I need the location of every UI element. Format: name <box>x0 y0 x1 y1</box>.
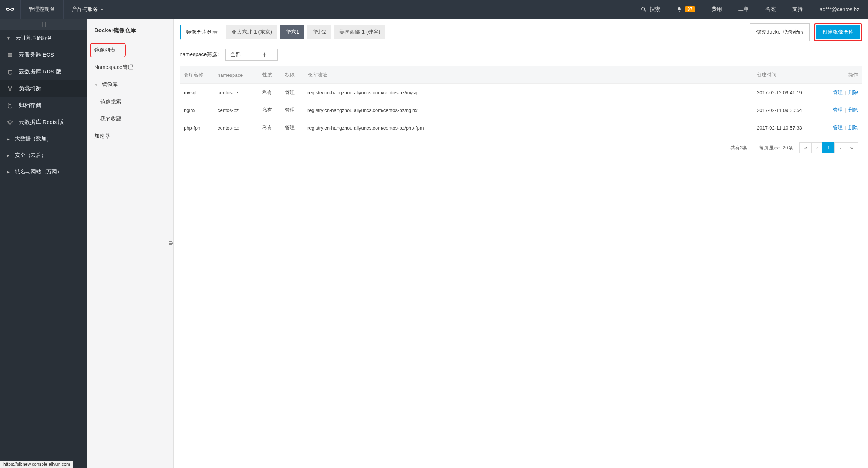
cell-nature: 私有 <box>259 84 281 101</box>
search-trigger[interactable]: 搜索 <box>632 0 668 19</box>
main-content: 镜像仓库列表 亚太东北 1 (东京)华东1华北2美国西部 1 (硅谷) 修改do… <box>174 19 868 468</box>
nav-item-label: 镜像列表 <box>94 47 115 54</box>
tab-repo-list[interactable]: 镜像仓库列表 <box>180 25 223 40</box>
sidebar-item-archive[interactable]: 归档存储 <box>0 97 87 114</box>
tabs: 镜像仓库列表 亚太东北 1 (东京)华东1华北2美国西部 1 (硅谷) <box>180 25 385 40</box>
secondary-nav-item[interactable]: 镜像搜索 <box>87 93 173 110</box>
secondary-nav-item[interactable]: ▼镜像库 <box>87 76 173 93</box>
cell-time: 2017-02-11 09:30:54 <box>753 102 820 118</box>
row-manage-link[interactable]: 管理 <box>833 89 843 95</box>
category-label: 安全（云盾） <box>15 152 46 159</box>
secondary-nav-item[interactable]: 我的收藏 <box>87 110 173 128</box>
sidebar-category[interactable]: ▶安全（云盾） <box>0 147 87 164</box>
row-delete-link[interactable]: 删除 <box>848 89 858 95</box>
nav-tickets[interactable]: 工单 <box>730 0 757 19</box>
separator: | <box>845 89 846 95</box>
caret-down-icon: ▼ <box>7 36 10 40</box>
svg-rect-2 <box>8 53 12 54</box>
notification-count: 87 <box>685 6 695 12</box>
separator: | <box>845 125 846 130</box>
pager-prev[interactable]: ‹ <box>811 142 823 153</box>
bell-icon <box>677 7 682 12</box>
sidebar-item-lb[interactable]: 负载均衡 <box>0 80 87 97</box>
products-menu[interactable]: 产品与服务 <box>64 0 112 19</box>
filter-label: namespace筛选: <box>180 51 219 58</box>
row-delete-link[interactable]: 删除 <box>848 107 858 113</box>
row-delete-link[interactable]: 删除 <box>848 125 858 130</box>
nav-support[interactable]: 支持 <box>784 0 811 19</box>
nav-item-label: 我的收藏 <box>100 116 121 122</box>
user-menu[interactable]: ad***@centos.bz <box>811 0 868 19</box>
row-manage-link[interactable]: 管理 <box>833 107 843 113</box>
cell-namespace: centos-bz <box>214 120 259 136</box>
pager-buttons: « ‹ 1 › » <box>800 142 858 153</box>
create-repo-button[interactable]: 创建镜像仓库 <box>816 25 860 39</box>
svg-rect-3 <box>8 55 12 57</box>
cell-name: nginx <box>180 102 214 118</box>
svg-point-5 <box>9 56 9 56</box>
sidebar-category[interactable]: ▶域名与网站（万网） <box>0 164 87 180</box>
cell-name: php-fpm <box>180 120 214 136</box>
sidebar-category-cloud[interactable]: ▼ 云计算基础服务 <box>0 30 87 46</box>
sidebar-expand-handle[interactable] <box>169 236 174 251</box>
table-row: mysqlcentos-bz私有管理registry.cn-hangzhou.a… <box>180 83 862 101</box>
change-docker-password-button[interactable]: 修改docker登录密码 <box>750 23 810 41</box>
namespace-filter-select[interactable]: 全部 ▲▼ <box>225 49 278 61</box>
caret-right-icon: ▶ <box>7 154 10 158</box>
console-home-link[interactable]: 管理控制台 <box>21 0 64 19</box>
pager-last[interactable]: » <box>846 142 858 153</box>
pagination: 共有3条， 每页显示: 20条 « ‹ 1 › » <box>180 136 862 159</box>
secondary-nav-item[interactable]: 加速器 <box>87 128 173 145</box>
row-manage-link[interactable]: 管理 <box>833 125 843 130</box>
sidebar-collapse-handle[interactable]: ||| <box>0 19 87 30</box>
sidebar-item-redis[interactable]: 云数据库 Redis 版 <box>0 114 87 131</box>
redis-icon <box>7 119 13 125</box>
secondary-nav-item[interactable]: 镜像列表 <box>87 42 173 59</box>
sidebar-category[interactable]: ▶大数据（数加） <box>0 131 87 147</box>
pager-perpage: 20条 <box>783 145 793 151</box>
pager-first[interactable]: « <box>799 142 812 153</box>
region-tab[interactable]: 华北2 <box>307 25 331 39</box>
cell-perm: 管理 <box>281 84 304 101</box>
server-icon <box>7 52 13 58</box>
table-row: nginxcentos-bz私有管理registry.cn-hangzhou.a… <box>180 101 862 119</box>
lb-icon <box>7 86 13 92</box>
col-name: 仓库名称 <box>180 66 214 83</box>
brand-logo[interactable] <box>0 0 21 19</box>
svg-rect-11 <box>169 243 172 244</box>
highlight-create-repo: 创建镜像仓库 <box>814 23 862 41</box>
nav-item-label: 加速器 <box>94 133 110 140</box>
cell-perm: 管理 <box>281 119 304 136</box>
sidebar-item-db[interactable]: 云数据库 RDS 版 <box>0 63 87 80</box>
sidebar-item-label: 负载均衡 <box>19 85 41 92</box>
nav-icp[interactable]: 备案 <box>757 0 784 19</box>
nav-item-label: 镜像搜索 <box>100 98 121 105</box>
region-tab[interactable]: 亚太东北 1 (东京) <box>226 25 277 39</box>
cell-time: 2017-02-12 09:41:19 <box>753 85 820 101</box>
select-value: 全部 <box>230 51 241 58</box>
select-arrows-icon: ▲▼ <box>262 52 266 57</box>
svg-point-4 <box>9 54 9 54</box>
sidebar-item-server[interactable]: 云服务器 ECS <box>0 46 87 63</box>
cell-ops: 管理|删除 <box>820 119 862 136</box>
notifications[interactable]: 87 <box>668 0 703 19</box>
tabs-row: 镜像仓库列表 亚太东北 1 (东京)华东1华北2美国西部 1 (硅谷) 修改do… <box>180 23 862 41</box>
region-tab[interactable]: 华东1 <box>280 25 304 39</box>
col-perm: 权限 <box>281 66 304 83</box>
top-header: 管理控制台 产品与服务 搜索 87 费用 工单 备案 支持 ad***@cent… <box>0 0 868 19</box>
pager-page-1[interactable]: 1 <box>822 142 835 153</box>
caret-down-icon <box>100 9 103 10</box>
secondary-nav-item[interactable]: Namespace管理 <box>87 59 173 76</box>
secondary-sidebar-title: Docker镜像仓库 <box>87 19 173 42</box>
category-label: 云计算基础服务 <box>16 35 52 42</box>
nav-billing[interactable]: 费用 <box>703 0 730 19</box>
col-time: 创建时间 <box>753 66 820 83</box>
cell-namespace: centos-bz <box>214 102 259 118</box>
cell-namespace: centos-bz <box>214 85 259 101</box>
category-label: 域名与网站（万网） <box>15 168 62 175</box>
pager-next[interactable]: › <box>834 142 846 153</box>
secondary-sidebar: Docker镜像仓库 镜像列表Namespace管理▼镜像库镜像搜索我的收藏加速… <box>87 19 174 468</box>
region-tab[interactable]: 美国西部 1 (硅谷) <box>334 25 385 39</box>
header-actions: 修改docker登录密码 创建镜像仓库 <box>750 23 862 41</box>
aliyun-icon <box>6 5 14 13</box>
